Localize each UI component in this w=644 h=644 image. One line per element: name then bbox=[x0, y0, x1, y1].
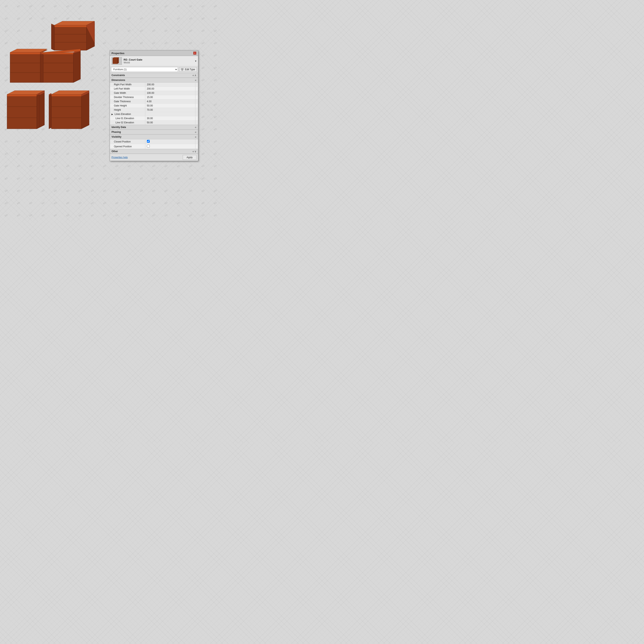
object-thumbnail bbox=[111, 57, 122, 65]
prop-value-2[interactable]: 100.00 bbox=[145, 91, 195, 95]
svg-marker-8 bbox=[51, 25, 54, 50]
opened-position-value[interactable] bbox=[145, 144, 195, 149]
svg-marker-29 bbox=[7, 94, 37, 96]
svg-rect-50 bbox=[181, 68, 182, 69]
prop-label-1: Left Part Width bbox=[110, 87, 145, 91]
prop-value-0[interactable]: 200.00 bbox=[145, 83, 195, 87]
object-name: RD_Court Gate bbox=[124, 58, 142, 61]
line02-label: Line 02 Elevation bbox=[110, 121, 145, 125]
edit-type-icon bbox=[181, 68, 184, 71]
line01-value[interactable]: 30.00 bbox=[145, 116, 195, 121]
visibility-collapse: « bbox=[195, 135, 196, 138]
object-info-row: RD_Court Gate Wood ▾ bbox=[110, 56, 198, 66]
identity-data-collapse-icon: « bbox=[195, 126, 196, 129]
line02-value[interactable]: 50.00 bbox=[145, 121, 195, 125]
dimensions-collapse-double: « bbox=[195, 79, 196, 82]
properties-panel: Properties × RD_Court Gate Wood ▾ Furnit… bbox=[110, 50, 198, 161]
properties-help-link[interactable]: Properties help bbox=[111, 156, 128, 159]
svg-marker-45 bbox=[113, 58, 117, 64]
panel-title-bar: Properties × bbox=[110, 51, 198, 56]
closed-position-indicator bbox=[195, 139, 198, 144]
other-label: Other bbox=[111, 150, 118, 153]
prop-indicator-1 bbox=[195, 87, 198, 91]
svg-rect-51 bbox=[182, 68, 183, 69]
lines-elevation-row[interactable]: ▶ Lines Elevation bbox=[110, 112, 198, 116]
closed-position-value[interactable] bbox=[145, 139, 195, 144]
prop-row-4: Gate Thickness 4.00 bbox=[110, 99, 198, 104]
svg-marker-37 bbox=[82, 92, 89, 129]
type-dropdown[interactable]: Furniture (1) bbox=[111, 67, 178, 72]
prop-indicator-3 bbox=[195, 95, 198, 99]
prop-row-3: Devider Thickness 15.00 bbox=[110, 95, 198, 99]
lines-elevation-table: ▶ Lines Elevation Line 01 Elevation 30.0… bbox=[110, 112, 198, 125]
svg-marker-5 bbox=[54, 25, 87, 27]
object-dropdown-arrow[interactable]: ▾ bbox=[195, 59, 196, 63]
prop-value-3[interactable]: 15.00 bbox=[145, 95, 195, 99]
prop-indicator-4 bbox=[195, 99, 198, 104]
constraints-label: Constraints bbox=[111, 74, 125, 77]
prop-value-5[interactable]: 50.00 bbox=[145, 104, 195, 108]
visibility-section-header[interactable]: Visibility « bbox=[110, 134, 198, 139]
phasing-section-header[interactable]: Phasing « bbox=[110, 130, 198, 134]
panel-title: Properties bbox=[111, 52, 124, 55]
prop-indicator-0 bbox=[195, 83, 198, 87]
svg-marker-35 bbox=[51, 96, 82, 129]
svg-marker-10 bbox=[10, 53, 40, 83]
visibility-table: Closed Position Opened Position bbox=[110, 139, 198, 149]
prop-row-1: Left Part Width 200.00 bbox=[110, 87, 198, 91]
prop-indicator-6 bbox=[195, 108, 198, 112]
opened-position-label: Opened Position bbox=[110, 144, 145, 149]
apply-button[interactable]: Apply bbox=[183, 155, 196, 160]
object-type: Wood bbox=[124, 61, 142, 64]
constraints-section-header[interactable]: Constraints « ∧ bbox=[110, 73, 198, 78]
edit-type-button[interactable]: Edit Type bbox=[179, 67, 197, 72]
visibility-label: Visibility bbox=[111, 135, 121, 138]
dimensions-collapse-icons: « bbox=[195, 79, 196, 82]
phasing-collapse: « bbox=[195, 131, 196, 133]
opened-position-row: Opened Position bbox=[110, 144, 198, 149]
prop-indicator-5 bbox=[195, 104, 198, 108]
prop-label-3: Devider Thickness bbox=[110, 95, 145, 99]
svg-marker-14 bbox=[10, 52, 40, 54]
line02-indicator bbox=[195, 121, 198, 125]
panel-bottom-bar: Properties help Apply bbox=[110, 154, 198, 161]
constraints-collapse-icons: « ∧ bbox=[192, 74, 196, 77]
prop-value-4[interactable]: 4.00 bbox=[145, 99, 195, 104]
lines-elevation-indicator bbox=[195, 112, 198, 116]
closed-position-row: Closed Position bbox=[110, 139, 198, 144]
phasing-label: Phasing bbox=[111, 131, 121, 133]
other-collapse: « ∨ bbox=[192, 150, 196, 153]
other-collapse-double: « bbox=[192, 150, 194, 153]
object-info: RD_Court Gate Wood bbox=[124, 58, 142, 64]
prop-label-4: Gate Thickness bbox=[110, 99, 145, 104]
prop-row-2: Gate Width 100.00 bbox=[110, 91, 198, 95]
opened-position-checkbox[interactable] bbox=[147, 145, 150, 148]
svg-marker-33 bbox=[37, 94, 39, 129]
prop-indicator-2 bbox=[195, 91, 198, 95]
close-button[interactable]: × bbox=[193, 52, 196, 55]
prop-value-1[interactable]: 200.00 bbox=[145, 87, 195, 91]
svg-marker-47 bbox=[117, 57, 119, 64]
svg-marker-20 bbox=[73, 50, 81, 83]
identity-data-label: Identity Data bbox=[111, 126, 126, 129]
other-section-header[interactable]: Other « ∨ bbox=[110, 149, 198, 154]
line01-indicator bbox=[195, 116, 198, 121]
svg-marker-25 bbox=[7, 96, 37, 129]
lines-elevation-text: Lines Elevation bbox=[115, 113, 131, 116]
line01-label: Line 01 Elevation bbox=[110, 116, 145, 121]
closed-position-label: Closed Position bbox=[110, 139, 145, 144]
dimensions-section-header[interactable]: Dimensions « bbox=[110, 78, 198, 83]
opened-position-indicator bbox=[195, 144, 198, 149]
visibility-collapse-icon: « bbox=[195, 135, 196, 138]
properties-table-area: Constraints « ∧ Dimensions « Right Part … bbox=[110, 73, 198, 154]
identity-data-section-header[interactable]: Identity Data « bbox=[110, 125, 198, 130]
panel-toolbar: Furniture (1) Edit Type bbox=[110, 66, 198, 73]
furniture-svg bbox=[0, 0, 117, 201]
properties-table: Right Part Width 200.00 Left Part Width … bbox=[110, 83, 198, 112]
lines-elevation-label: ▶ Lines Elevation bbox=[110, 112, 145, 116]
prop-value-6[interactable]: 70.00 bbox=[145, 108, 195, 112]
constraints-collapse-double: « bbox=[192, 74, 194, 77]
svg-marker-43 bbox=[49, 94, 51, 129]
closed-position-checkbox[interactable] bbox=[147, 140, 150, 143]
prop-row-6: Height 70.00 bbox=[110, 108, 198, 112]
